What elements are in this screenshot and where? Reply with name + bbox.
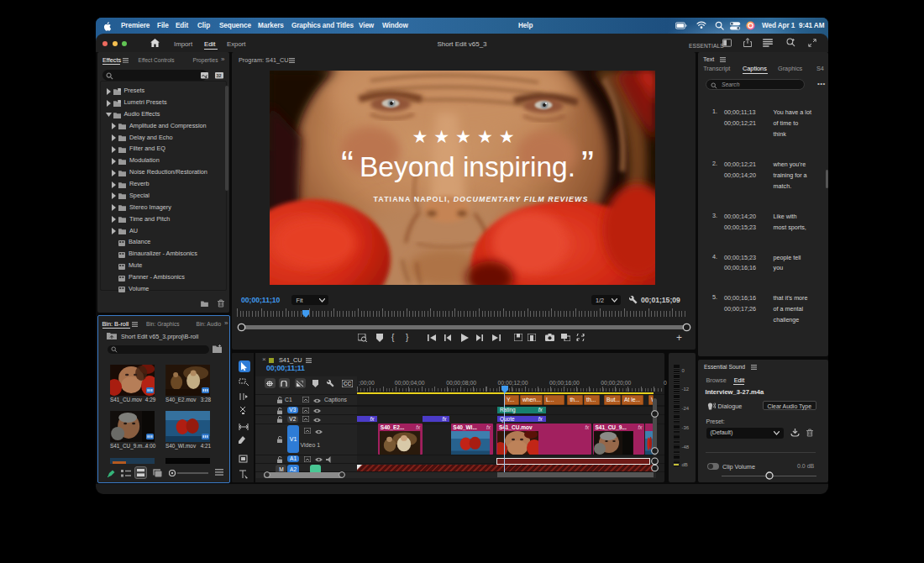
svg-text:CC: CC <box>344 381 352 387</box>
